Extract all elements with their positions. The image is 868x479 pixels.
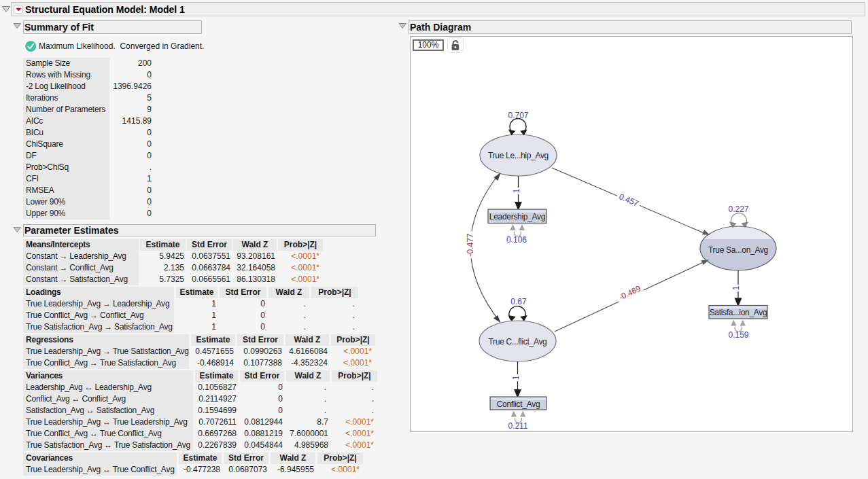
svg-text:0.707: 0.707 <box>508 111 528 120</box>
svg-text:0.457: 0.457 <box>617 192 640 209</box>
svg-text:0.159: 0.159 <box>728 330 748 340</box>
svg-text:1: 1 <box>511 375 521 380</box>
svg-text:Leadership_Avg: Leadership_Avg <box>489 212 545 221</box>
svg-text:-0.477: -0.477 <box>466 233 475 256</box>
svg-text:1: 1 <box>512 188 521 193</box>
svg-text:0.106: 0.106 <box>506 235 527 245</box>
svg-text:1: 1 <box>731 285 741 290</box>
svg-text:Satisfa...ion_Avg: Satisfa...ion_Avg <box>710 308 767 317</box>
svg-text:0.67: 0.67 <box>510 297 527 306</box>
svg-text:0.227: 0.227 <box>728 205 748 214</box>
svg-text:True C...flict_Avg: True C...flict_Avg <box>489 337 547 347</box>
svg-text:0.211: 0.211 <box>508 421 527 431</box>
svg-text:True Sa...on_Avg: True Sa...on_Avg <box>708 245 768 255</box>
svg-text:Conflict_Avg: Conflict_Avg <box>497 400 540 409</box>
svg-text:True Le...hip_Avg: True Le...hip_Avg <box>488 151 549 160</box>
svg-text:-0.469: -0.469 <box>617 283 642 302</box>
